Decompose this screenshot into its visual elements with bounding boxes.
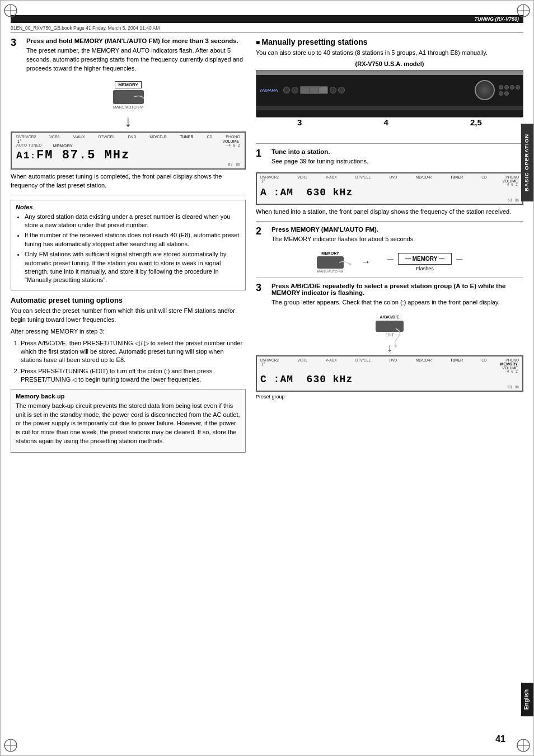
rx-button-4 <box>338 87 345 93</box>
memory-sub-label: MAN'L/AUTO FM <box>113 105 144 109</box>
right-step2-title: Press MEMORY (MAN'L/AUTO FM). <box>271 226 523 233</box>
rx-num-25: 2,5 <box>470 118 482 127</box>
step3-content: Press and hold MEMORY (MAN'L/AUTO FM) fo… <box>26 37 246 76</box>
display-fm-panel: DVR/VCR2VCR1V-AUXDTV/CELDVDMD/CD-R TUNER… <box>11 132 246 170</box>
arrow-down-2: ↓ <box>256 342 523 353</box>
right-step1-body: See page 39 for tuning instructions. <box>271 157 523 166</box>
abcde-btn-body <box>376 321 404 332</box>
display-top-labels: DVR/VCR2VCR1V-AUXDTV/CELDVDMD/CD-R TUNER… <box>16 135 240 139</box>
memory-backup-box: Memory back-up The memory back-up circui… <box>11 389 246 453</box>
right-step2-content: Press MEMORY (MAN'L/AUTO FM). The MEMORY… <box>271 226 523 247</box>
memory-label: MEMORY <box>115 81 142 88</box>
memory-button-diagram: MEMORY MAN'L/AUTO FM <box>113 81 144 109</box>
english-label: English <box>523 689 530 710</box>
step3-block: 3 Press and hold MEMORY (MAN'L/AUTO FM) … <box>11 37 246 76</box>
right-step3-body: The group letter appears. Check that the… <box>271 298 523 307</box>
step3-title: Press and hold MEMORY (MAN'L/AUTO FM) fo… <box>26 37 246 44</box>
rx-small-buttons <box>499 85 520 96</box>
display-am-panel: DVR/VCR2VCR1V-AUXDTV/CELDVDMD/CD-R TUNER… <box>256 172 523 205</box>
mem-flashes-box: — MEMORY — <box>398 253 452 265</box>
rx-num-4: 4 <box>384 118 388 127</box>
mem-btn-sub: MAN'L/AUTO FM <box>317 270 344 273</box>
right-step1-content: Tune into a station. See page 39 for tun… <box>271 148 523 169</box>
receiver-image: YAMAHA <box>256 70 523 118</box>
corner-mark-bl <box>3 738 18 753</box>
english-tab: English <box>521 683 533 716</box>
note-item-1: Any stored station data existing under a… <box>25 213 241 230</box>
note-item-3: Only FM stations with sufficient signal … <box>25 250 241 285</box>
right-step1-title: Tune into a station. <box>271 148 523 155</box>
display-am-main: A :AM 630 kHz <box>260 187 519 198</box>
display-c-panel: DVR/VCR2VCR1V-AUXDTV/CELDVDMD/CD-R TUNER… <box>256 355 523 392</box>
page-number: 41 <box>495 734 505 744</box>
flashes-label: Flashes <box>387 266 462 271</box>
mem-button-left: MEMORY MAN'L/AUTO FM <box>317 251 344 273</box>
basic-operation-tab: BASIC OPERATION <box>521 124 533 201</box>
notes-box: Notes Any stored station data existing u… <box>11 200 246 290</box>
rx-button-2 <box>292 87 298 93</box>
arrow-down-1: ↓ <box>11 114 246 129</box>
model-label: (RX-V750 U.S.A. model) <box>256 60 523 67</box>
abcde-diagram: A/B/C/D/E EDIT <box>256 314 523 337</box>
arrow-right-icon: → <box>360 256 371 268</box>
corner-mark-tl <box>3 3 18 18</box>
display-after-text: When automatic preset tuning is complete… <box>11 172 246 190</box>
display-c-top-labels: DVR/VCR2VCR1V-AUXDTV/CELDVDMD/CD-R TUNER… <box>260 358 519 362</box>
corner-mark-br <box>516 738 531 753</box>
memory-backup-body: The memory back-up circuit prevents the … <box>16 402 241 447</box>
note-item-2: If the number of the received stations d… <box>25 231 241 248</box>
receiver-body: YAMAHA <box>256 75 523 106</box>
right-step2-body: The MEMORY indicator flashes for about 5… <box>271 235 523 244</box>
mem-btn-body <box>317 256 344 269</box>
auto-preset-body2: After pressing MEMORY in step 3: <box>11 327 246 336</box>
rx-main-dial <box>475 80 495 100</box>
preset-group-label: Preset group <box>256 394 523 400</box>
display-fm-main: A1:FM 87.5 MHz <box>16 148 240 162</box>
corner-mark-tr <box>516 3 531 18</box>
step3-number: 3 <box>11 37 23 48</box>
content-area: 3 Press and hold MEMORY (MAN'L/AUTO FM) … <box>11 37 523 457</box>
notes-list: Any stored station data existing under a… <box>16 213 241 285</box>
display-am-bottom: 63 86 <box>260 198 519 202</box>
manually-heading-text: Manually presetting stations <box>262 37 368 46</box>
step3-body: The preset number, the MEMORY and AUTO i… <box>26 46 246 73</box>
right-step2-number: 2 <box>256 226 268 236</box>
memory-flashes-diagram: MEMORY MAN'L/AUTO FM → — — MEMORY — — <box>256 251 523 273</box>
display-am-top-labels: DVR/VCR2VCR1V-AUXDTV/CELDVDMD/CD-R TUNER… <box>260 175 519 179</box>
left-column: 3 Press and hold MEMORY (MAN'L/AUTO FM) … <box>11 37 246 457</box>
mem-flashes-container: — — MEMORY — — Flashes <box>387 253 462 271</box>
header-title: TUNING (RX-V750) <box>474 16 519 22</box>
basic-operation-label: BASIC OPERATION <box>523 134 530 191</box>
memory-diagram: MEMORY MAN'L/AUTO FM <box>11 81 246 109</box>
display-fm-bottom: 63 86 <box>16 162 240 166</box>
file-info: 01EN_00_RXV750_GB.book Page 41 Friday, M… <box>11 24 523 33</box>
page: TUNING (RX-V750) 01EN_00_RXV750_GB.book … <box>0 0 534 756</box>
abcde-label: A/B/C/D/E <box>376 314 404 320</box>
manually-heading: Manually presetting stations <box>256 37 523 46</box>
auto-preset-steps: Press A/B/C/D/E, then PRESET/TUNING ◁ / … <box>11 339 246 384</box>
rx-step-numbers: 3 4 2,5 <box>256 118 523 127</box>
auto-preset-body1: You can select the preset number from wh… <box>11 307 246 325</box>
right-step1-number: 1 <box>256 148 268 158</box>
step1-after-text: When tuned into a station, the front pan… <box>256 208 523 217</box>
manually-body: You can also store up to 40 stations (8 … <box>256 49 523 58</box>
auto-preset-step-1: Press A/B/C/D/E, then PRESET/TUNING ◁ / … <box>21 339 246 365</box>
rx-num-3: 3 <box>297 118 302 127</box>
rx-button-1 <box>283 87 290 93</box>
svg-marker-13 <box>349 262 352 266</box>
yamaha-logo: YAMAHA <box>259 88 282 93</box>
header-title-bar: TUNING (RX-V750) <box>11 15 523 23</box>
display-c-main: C :AM 630 kHz <box>260 374 519 385</box>
right-step1-block: 1 Tune into a station. See page 39 for t… <box>256 148 523 169</box>
right-step2-block: 2 Press MEMORY (MAN'L/AUTO FM). The MEMO… <box>256 226 523 247</box>
right-step3-content: Press A/B/C/D/E repeatedly to select a p… <box>271 283 523 310</box>
rx-button-group <box>300 86 328 94</box>
auto-preset-step-2: Press PRESET/TUNING (EDIT) to turn off t… <box>21 367 246 384</box>
notes-title: Notes <box>16 204 241 210</box>
right-step3-title: Press A/B/C/D/E repeatedly to select a p… <box>271 283 523 296</box>
right-step3-number: 3 <box>256 283 268 293</box>
rx-button-3 <box>330 87 336 93</box>
mem-btn-label: MEMORY <box>317 251 344 255</box>
right-step3-block: 3 Press A/B/C/D/E repeatedly to select a… <box>256 283 523 310</box>
memory-backup-title: Memory back-up <box>16 393 241 400</box>
